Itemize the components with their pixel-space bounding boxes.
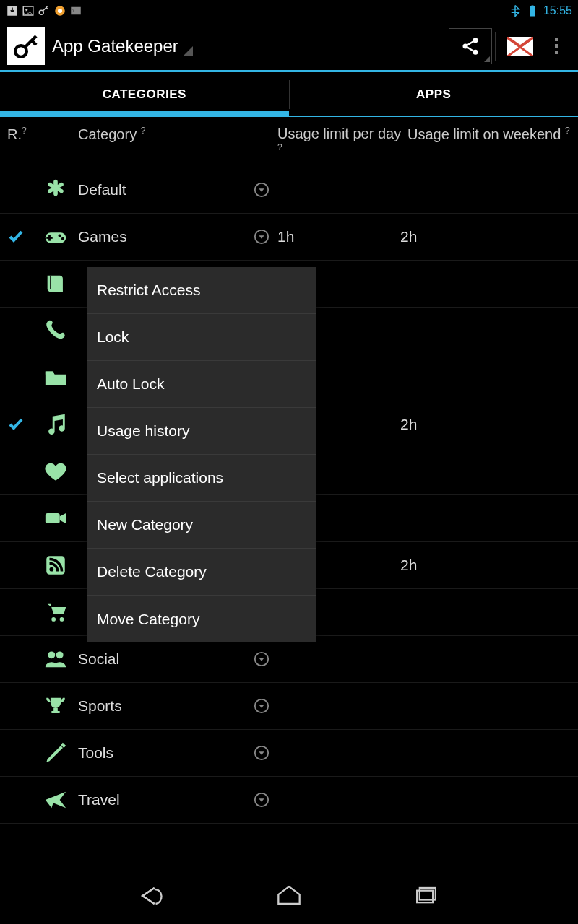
gamepad-icon xyxy=(39,225,72,249)
pencil-icon xyxy=(39,741,72,765)
people-icon xyxy=(39,647,72,671)
context-menu: Restrict AccessLockAuto LockUsage histor… xyxy=(87,267,316,642)
svg-point-5 xyxy=(58,9,62,13)
status-right: 15:55 xyxy=(509,4,572,17)
gmail-icon xyxy=(507,37,533,56)
context-menu-item[interactable]: Delete Category xyxy=(87,549,316,596)
download-icon xyxy=(6,4,19,17)
category-label: Tools xyxy=(72,744,246,762)
svg-rect-8 xyxy=(531,6,533,7)
dropdown-button[interactable] xyxy=(246,651,277,667)
image-icon xyxy=(22,4,35,17)
weekend-limit: 2h xyxy=(400,416,571,433)
rss-icon xyxy=(39,553,72,578)
overflow-menu-button[interactable] xyxy=(542,28,571,64)
terminal-icon xyxy=(69,4,82,17)
app-title: App Gatekeeper xyxy=(52,36,178,56)
trophy-icon xyxy=(39,694,72,718)
circle-icon xyxy=(53,4,66,17)
cart-icon xyxy=(39,600,72,624)
plane-icon xyxy=(39,788,72,812)
category-row[interactable]: Social xyxy=(0,636,578,683)
category-label: Travel xyxy=(72,791,246,808)
back-button[interactable] xyxy=(134,881,170,910)
tab-label: CATEGORIES xyxy=(103,87,186,102)
book-icon xyxy=(39,271,72,296)
clock-text: 15:55 xyxy=(543,4,572,17)
dropdown-button[interactable] xyxy=(246,745,277,761)
category-label: Default xyxy=(72,181,246,199)
tab-label: APPS xyxy=(416,87,451,102)
status-bar: 15:55 xyxy=(0,0,578,22)
key-icon xyxy=(38,4,51,17)
nav-bar xyxy=(0,868,578,924)
gmail-button[interactable] xyxy=(499,28,542,64)
category-label: Games xyxy=(72,228,246,245)
svg-rect-6 xyxy=(71,7,81,15)
dropdown-button[interactable] xyxy=(246,698,277,714)
context-menu-item[interactable]: Auto Lock xyxy=(87,361,316,408)
context-menu-item[interactable]: Lock xyxy=(87,314,316,361)
category-label: Social xyxy=(72,650,246,668)
day-limit: 1h xyxy=(277,228,400,245)
separator xyxy=(495,32,496,61)
header-weekend-limit[interactable]: Usage limit on weekend ? xyxy=(407,126,571,143)
svg-rect-7 xyxy=(530,6,535,17)
battery-icon xyxy=(526,4,539,17)
category-row[interactable]: Sports xyxy=(0,683,578,730)
tab-categories[interactable]: CATEGORIES xyxy=(0,72,289,116)
column-headers: R.? Category ? Usage limit per day ? Usa… xyxy=(0,117,578,167)
dropdown-button[interactable] xyxy=(246,229,277,245)
category-label: Sports xyxy=(72,697,246,715)
weekend-limit: 2h xyxy=(400,557,571,574)
context-menu-item[interactable]: New Category xyxy=(87,502,316,549)
context-menu-item[interactable]: Usage history xyxy=(87,408,316,455)
dropdown-button[interactable] xyxy=(246,792,277,808)
action-bar: App Gatekeeper xyxy=(0,22,578,72)
restricted-check[interactable] xyxy=(7,228,39,245)
header-restricted[interactable]: R.? xyxy=(7,126,39,143)
category-row[interactable]: Travel xyxy=(0,777,578,824)
recents-button[interactable] xyxy=(408,881,444,910)
home-button[interactable] xyxy=(271,881,307,910)
header-day-limit[interactable]: Usage limit per day ? xyxy=(277,126,407,160)
video-icon xyxy=(39,506,72,531)
music-icon xyxy=(39,412,72,437)
header-category[interactable]: Category ? xyxy=(39,126,277,143)
app-title-dropdown[interactable]: App Gatekeeper xyxy=(52,36,193,56)
svg-point-2 xyxy=(25,9,27,11)
spinner-triangle-icon xyxy=(484,56,490,62)
category-row[interactable]: Default xyxy=(0,167,578,214)
heart-icon xyxy=(39,459,72,484)
category-row[interactable]: Tools xyxy=(0,730,578,777)
asterisk-icon xyxy=(39,178,72,202)
tab-bar: CATEGORIES APPS xyxy=(0,72,578,117)
context-menu-item[interactable]: Move Category xyxy=(87,596,316,642)
context-menu-item[interactable]: Restrict Access xyxy=(87,267,316,314)
app-icon[interactable] xyxy=(7,27,45,65)
weekend-limit: 2h xyxy=(400,228,571,245)
overflow-dots-icon xyxy=(548,38,565,54)
spinner-triangle-icon xyxy=(183,46,193,56)
svg-point-3 xyxy=(39,10,43,14)
phone-icon xyxy=(39,318,72,343)
dropdown-button[interactable] xyxy=(246,182,277,198)
share-button[interactable] xyxy=(449,28,492,64)
folder-icon xyxy=(39,365,72,390)
category-row[interactable]: Games 1h 2h xyxy=(0,214,578,261)
bluetooth-icon xyxy=(509,4,522,17)
tab-apps[interactable]: APPS xyxy=(290,72,579,116)
status-left xyxy=(6,4,82,17)
context-menu-item[interactable]: Select applications xyxy=(87,455,316,502)
restricted-check[interactable] xyxy=(7,416,39,433)
